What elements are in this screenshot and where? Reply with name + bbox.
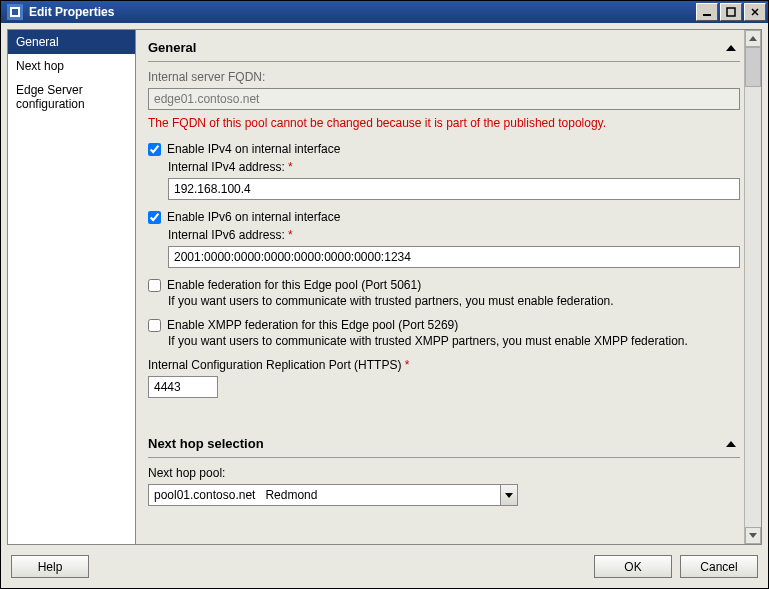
collapse-icon xyxy=(726,441,736,447)
sidebar-item-general[interactable]: General xyxy=(8,30,135,54)
ipv4-addr-input[interactable] xyxy=(168,178,740,200)
fqdn-warning: The FQDN of this pool cannot be changed … xyxy=(148,116,740,130)
dialog-body: General Next hop Edge Server configurati… xyxy=(1,23,768,588)
nav-sidebar: General Next hop Edge Server configurati… xyxy=(8,30,136,544)
window-title: Edit Properties xyxy=(27,5,694,19)
enable-federation-checkbox[interactable] xyxy=(148,279,161,292)
close-button[interactable] xyxy=(744,3,766,21)
ok-button[interactable]: OK xyxy=(594,555,672,578)
cancel-button[interactable]: Cancel xyxy=(680,555,758,578)
nexthop-pool-value[interactable] xyxy=(148,484,500,506)
enable-ipv6-checkbox[interactable] xyxy=(148,211,161,224)
enable-ipv4-checkbox[interactable] xyxy=(148,143,161,156)
chevron-down-icon xyxy=(505,493,513,498)
help-button[interactable]: Help xyxy=(11,555,89,578)
maximize-button[interactable] xyxy=(720,3,742,21)
section-title-nexthop: Next hop selection xyxy=(148,436,264,451)
svg-rect-1 xyxy=(12,9,18,15)
dialog-footer: Help OK Cancel xyxy=(7,545,762,582)
ipv4-addr-label: Internal IPv4 address: * xyxy=(168,160,740,174)
enable-ipv4-label: Enable IPv4 on internal interface xyxy=(167,142,340,156)
dropdown-button[interactable] xyxy=(500,484,518,506)
window-controls xyxy=(694,3,766,21)
minimize-button[interactable] xyxy=(696,3,718,21)
app-icon xyxy=(7,4,23,20)
fqdn-label: Internal server FQDN: xyxy=(148,70,740,84)
repl-port-label: Internal Configuration Replication Port … xyxy=(148,358,740,372)
sidebar-item-edge-server-config[interactable]: Edge Server configuration xyxy=(8,78,135,116)
section-header-general[interactable]: General xyxy=(148,30,740,62)
fqdn-input xyxy=(148,88,740,110)
svg-rect-3 xyxy=(727,8,735,16)
ipv6-addr-input[interactable] xyxy=(168,246,740,268)
vertical-scrollbar[interactable] xyxy=(744,30,761,544)
scroll-up-button[interactable] xyxy=(745,30,761,47)
svg-rect-2 xyxy=(703,14,711,16)
section-title-general: General xyxy=(148,40,196,55)
collapse-icon xyxy=(726,45,736,51)
main-panel: General Next hop Edge Server configurati… xyxy=(7,29,762,545)
enable-xmpp-label: Enable XMPP federation for this Edge poo… xyxy=(167,318,458,332)
enable-ipv6-label: Enable IPv6 on internal interface xyxy=(167,210,340,224)
ipv6-addr-label: Internal IPv6 address: * xyxy=(168,228,740,242)
sidebar-item-next-hop[interactable]: Next hop xyxy=(8,54,135,78)
xmpp-hint: If you want users to communicate with tr… xyxy=(168,334,740,348)
content-wrap: General Internal server FQDN: The FQDN o… xyxy=(136,30,761,544)
federation-hint: If you want users to communicate with tr… xyxy=(168,294,740,308)
scroll-thumb[interactable] xyxy=(745,47,761,87)
scroll-track[interactable] xyxy=(745,87,761,527)
enable-xmpp-checkbox[interactable] xyxy=(148,319,161,332)
enable-federation-label: Enable federation for this Edge pool (Po… xyxy=(167,278,421,292)
dialog-window: Edit Properties General Next hop Edge Se… xyxy=(0,0,769,589)
nexthop-pool-dropdown[interactable] xyxy=(148,484,518,506)
titlebar: Edit Properties xyxy=(1,1,768,23)
repl-port-input[interactable] xyxy=(148,376,218,398)
scroll-down-button[interactable] xyxy=(745,527,761,544)
content-area: General Internal server FQDN: The FQDN o… xyxy=(136,30,744,544)
section-header-nexthop[interactable]: Next hop selection xyxy=(148,426,740,458)
nexthop-pool-label: Next hop pool: xyxy=(148,466,740,480)
